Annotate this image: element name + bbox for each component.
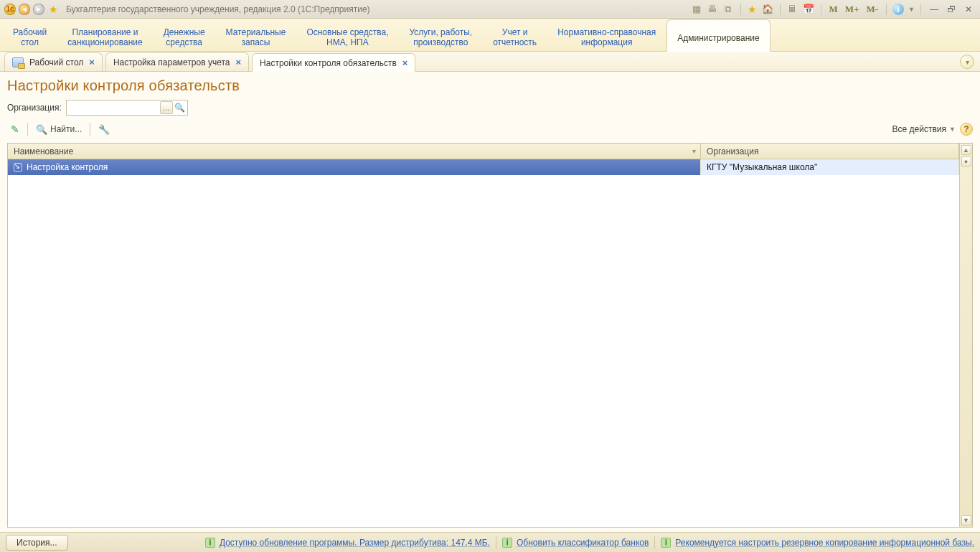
app-1c-icon[interactable]: 1c: [4, 4, 16, 15]
bookmark-icon[interactable]: ★: [747, 4, 758, 15]
scroll-up-icon[interactable]: ▲: [961, 145, 971, 155]
close-icon[interactable]: ×: [402, 57, 408, 68]
nav-back-button[interactable]: ◄: [19, 4, 30, 15]
section-services[interactable]: Услуги, работы, производство: [399, 19, 483, 51]
scroll-down-icon[interactable]: ▼: [961, 515, 971, 525]
cell-name: Настройка контроля: [8, 159, 701, 175]
page-tab-label: Рабочий стол: [29, 57, 83, 67]
row-icon: [14, 163, 22, 172]
search-icon: 🔍: [36, 124, 47, 135]
memory-m-button[interactable]: M: [827, 4, 840, 15]
status-backup-recommendation[interactable]: i Рекомендуется настроить резервное копи…: [661, 538, 974, 548]
info-icon: i: [661, 538, 671, 548]
print-icon[interactable]: 🖶: [706, 3, 719, 16]
section-administration[interactable]: Администрирование: [666, 19, 770, 52]
list-toolbar: ✎ 🔍 Найти... 🔧 Все действия ?: [7, 121, 973, 137]
info-icon[interactable]: i: [892, 4, 904, 15]
help-icon[interactable]: ?: [960, 123, 973, 136]
nav-forward-button[interactable]: ►: [33, 4, 44, 15]
grid-scrollbar[interactable]: ▲ ● ▼: [959, 144, 972, 527]
grid-header: Наименование Организация: [8, 144, 959, 159]
section-accounting[interactable]: Учет и отчетность: [483, 19, 547, 51]
table-row[interactable]: Настройка контроля КГТУ "Музыкальная шко…: [8, 159, 959, 175]
pencil-icon: ✎: [11, 123, 19, 135]
window-minimize-button[interactable]: —: [927, 4, 941, 15]
cell-name-text: Настройка контроля: [27, 162, 108, 172]
separator: [740, 4, 741, 15]
section-reference[interactable]: Нормативно-справочная информация: [547, 19, 666, 51]
page-tab-settings-accounting[interactable]: Настройка параметров учета ×: [105, 52, 249, 71]
section-planning[interactable]: Планирование и санкционирование: [57, 19, 153, 51]
separator: [821, 4, 821, 15]
find-label: Найти...: [50, 124, 82, 134]
scroll-marker-icon[interactable]: ●: [961, 156, 971, 167]
column-header-name[interactable]: Наименование: [8, 144, 701, 159]
close-icon[interactable]: ×: [89, 57, 95, 67]
separator: [27, 123, 28, 136]
page-tab-label: Настройки контроля обязательств: [260, 58, 397, 68]
configure-button[interactable]: 🔧: [95, 121, 113, 137]
status-bar: История... i Доступно обновление програм…: [0, 532, 980, 552]
section-tabs: Рабочий стол Планирование и санкциониров…: [0, 19, 980, 52]
status-text: Доступно обновление программы. Размер ди…: [220, 538, 490, 548]
separator: [654, 536, 655, 549]
status-text: Рекомендуется настроить резервное копиро…: [675, 538, 974, 548]
compare-icon[interactable]: ⧉: [722, 3, 735, 16]
wrench-icon: 🔧: [98, 124, 110, 135]
tabs-expand-button[interactable]: ▾: [960, 55, 974, 69]
info-icon: i: [205, 538, 215, 548]
page-tab-control-settings[interactable]: Настройки контроля обязательств ×: [252, 53, 415, 72]
page-title: Настройки контроля обязательств: [7, 78, 973, 94]
history-button[interactable]: История...: [6, 535, 68, 551]
section-fixed-assets[interactable]: Основные средства, НМА, НПА: [296, 19, 399, 51]
page-tabs: Рабочий стол × Настройка параметров учет…: [0, 52, 980, 72]
window-close-button[interactable]: ✕: [961, 4, 976, 15]
organization-label: Организация:: [7, 103, 62, 113]
organization-input[interactable]: … 🔍: [66, 100, 188, 116]
calculator-icon[interactable]: 🖩: [786, 3, 799, 16]
cell-org-text: КГТУ "Музыкальная школа": [707, 162, 817, 172]
window-maximize-button[interactable]: 🗗: [944, 4, 958, 15]
section-materials[interactable]: Материальные запасы: [216, 19, 297, 51]
separator: [90, 123, 90, 136]
cell-organization: КГТУ "Музыкальная школа": [701, 159, 959, 175]
desktop-icon: [12, 57, 24, 67]
status-update-available[interactable]: i Доступно обновление программы. Размер …: [205, 538, 490, 548]
memory-mplus-button[interactable]: M+: [843, 4, 862, 15]
info-icon: i: [502, 538, 512, 548]
separator: [920, 4, 921, 15]
calendar-icon[interactable]: 📅: [802, 3, 815, 16]
select-icon[interactable]: …: [160, 101, 173, 114]
find-button[interactable]: 🔍 Найти...: [32, 121, 85, 137]
column-header-organization[interactable]: Организация: [701, 144, 959, 159]
links-icon[interactable]: 🏠: [761, 3, 774, 16]
section-money[interactable]: Денежные средства: [154, 19, 216, 51]
status-update-banks[interactable]: i Обновить классификатор банков: [502, 538, 649, 548]
edit-button[interactable]: ✎: [7, 121, 23, 137]
status-text: Обновить классификатор банков: [517, 538, 649, 548]
page-content: Настройки контроля обязательств Организа…: [0, 72, 980, 532]
data-grid: Наименование Организация Настройка контр…: [7, 143, 973, 528]
page-tab-label: Настройка параметров учета: [113, 57, 230, 67]
info-dropdown-icon[interactable]: ▼: [908, 6, 915, 13]
search-icon[interactable]: 🔍: [174, 103, 186, 113]
titlebar: 1c ◄ ► ★ Бухгалтерия государственного уч…: [0, 0, 980, 19]
section-desktop[interactable]: Рабочий стол: [3, 19, 57, 51]
filter-row: Организация: … 🔍: [7, 100, 973, 116]
print-preview-icon[interactable]: ▦: [690, 3, 703, 16]
separator: [780, 4, 781, 15]
favorites-icon[interactable]: ★: [47, 4, 59, 15]
all-actions-label: Все действия: [892, 124, 946, 134]
page-tab-desktop[interactable]: Рабочий стол ×: [4, 52, 103, 71]
window-title: Бухгалтерия государственного учреждения,…: [66, 4, 370, 14]
all-actions-button[interactable]: Все действия: [892, 124, 956, 134]
close-icon[interactable]: ×: [236, 57, 242, 67]
separator: [886, 4, 887, 15]
separator: [496, 536, 496, 549]
memory-mminus-button[interactable]: M-: [864, 4, 880, 15]
